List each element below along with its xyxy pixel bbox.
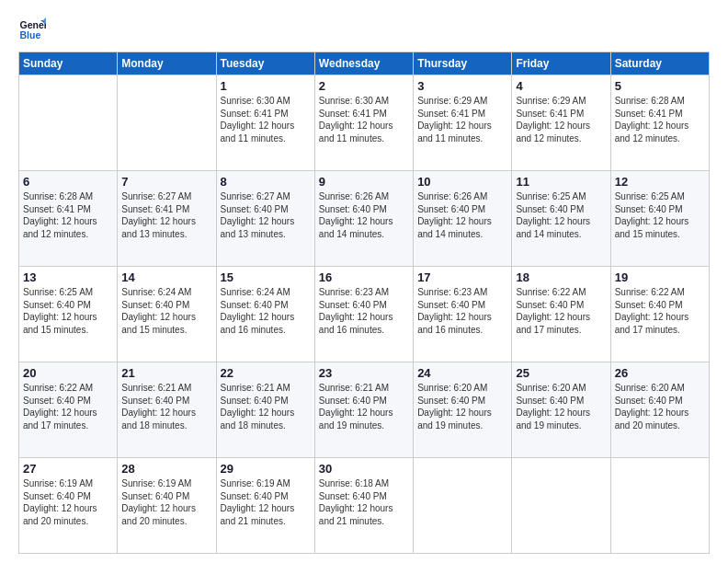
- day-info: Sunrise: 6:21 AMSunset: 6:40 PMDaylight:…: [221, 382, 311, 431]
- day-cell: [610, 458, 709, 554]
- logo-icon: General Blue: [18, 15, 46, 42]
- week-row-3: 13Sunrise: 6:25 AMSunset: 6:40 PMDayligh…: [19, 267, 710, 362]
- day-cell: 22Sunrise: 6:21 AMSunset: 6:40 PMDayligh…: [216, 362, 314, 458]
- day-info: Sunrise: 6:21 AMSunset: 6:40 PMDaylight:…: [319, 382, 409, 431]
- calendar-table: SundayMondayTuesdayWednesdayThursdayFrid…: [18, 52, 710, 554]
- day-info: Sunrise: 6:25 AMSunset: 6:40 PMDaylight:…: [23, 286, 113, 336]
- day-cell: [512, 458, 610, 554]
- weekday-header-row: SundayMondayTuesdayWednesdayThursdayFrid…: [19, 52, 710, 75]
- day-number: 23: [319, 366, 409, 380]
- day-info: Sunrise: 6:30 AMSunset: 6:41 PMDaylight:…: [319, 95, 409, 144]
- day-cell: 28Sunrise: 6:19 AMSunset: 6:40 PMDayligh…: [118, 458, 216, 554]
- day-cell: 2Sunrise: 6:30 AMSunset: 6:41 PMDaylight…: [314, 75, 413, 171]
- day-cell: 10Sunrise: 6:26 AMSunset: 6:40 PMDayligh…: [414, 171, 512, 267]
- day-info: Sunrise: 6:24 AMSunset: 6:40 PMDaylight:…: [121, 286, 211, 336]
- day-cell: 3Sunrise: 6:29 AMSunset: 6:41 PMDaylight…: [414, 75, 512, 171]
- day-info: Sunrise: 6:23 AMSunset: 6:40 PMDaylight:…: [417, 286, 507, 336]
- day-cell: 15Sunrise: 6:24 AMSunset: 6:40 PMDayligh…: [216, 267, 314, 362]
- header: General Blue: [18, 15, 710, 42]
- day-cell: 25Sunrise: 6:20 AMSunset: 6:40 PMDayligh…: [512, 362, 610, 458]
- day-info: Sunrise: 6:25 AMSunset: 6:40 PMDaylight:…: [615, 190, 705, 240]
- day-cell: 19Sunrise: 6:22 AMSunset: 6:40 PMDayligh…: [610, 267, 709, 362]
- day-number: 28: [121, 462, 211, 476]
- weekday-wednesday: Wednesday: [314, 52, 413, 75]
- day-info: Sunrise: 6:22 AMSunset: 6:40 PMDaylight:…: [516, 286, 606, 336]
- day-number: 22: [221, 366, 311, 380]
- weekday-saturday: Saturday: [610, 52, 709, 75]
- day-info: Sunrise: 6:21 AMSunset: 6:40 PMDaylight:…: [121, 382, 211, 431]
- day-cell: 16Sunrise: 6:23 AMSunset: 6:40 PMDayligh…: [314, 267, 413, 362]
- day-cell: 4Sunrise: 6:29 AMSunset: 6:41 PMDaylight…: [512, 75, 610, 171]
- day-cell: 21Sunrise: 6:21 AMSunset: 6:40 PMDayligh…: [118, 362, 216, 458]
- day-info: Sunrise: 6:20 AMSunset: 6:40 PMDaylight:…: [615, 382, 705, 431]
- week-row-2: 6Sunrise: 6:28 AMSunset: 6:41 PMDaylight…: [19, 171, 710, 267]
- logo: General Blue: [18, 15, 46, 42]
- day-info: Sunrise: 6:29 AMSunset: 6:41 PMDaylight:…: [516, 95, 606, 144]
- day-number: 11: [516, 175, 606, 189]
- day-number: 27: [23, 462, 113, 476]
- day-number: 2: [319, 79, 409, 93]
- day-number: 3: [417, 79, 507, 93]
- day-cell: 7Sunrise: 6:27 AMSunset: 6:41 PMDaylight…: [118, 171, 216, 267]
- day-number: 24: [417, 366, 507, 380]
- day-cell: 8Sunrise: 6:27 AMSunset: 6:40 PMDaylight…: [216, 171, 314, 267]
- day-info: Sunrise: 6:19 AMSunset: 6:40 PMDaylight:…: [121, 477, 211, 527]
- day-cell: 13Sunrise: 6:25 AMSunset: 6:40 PMDayligh…: [19, 267, 118, 362]
- day-cell: 17Sunrise: 6:23 AMSunset: 6:40 PMDayligh…: [414, 267, 512, 362]
- day-cell: 9Sunrise: 6:26 AMSunset: 6:40 PMDaylight…: [314, 171, 413, 267]
- day-number: 25: [516, 366, 606, 380]
- weekday-thursday: Thursday: [414, 52, 512, 75]
- day-cell: 12Sunrise: 6:25 AMSunset: 6:40 PMDayligh…: [610, 171, 709, 267]
- day-number: 20: [23, 366, 113, 380]
- day-number: 16: [319, 270, 409, 284]
- day-cell: 24Sunrise: 6:20 AMSunset: 6:40 PMDayligh…: [414, 362, 512, 458]
- day-info: Sunrise: 6:25 AMSunset: 6:40 PMDaylight:…: [516, 190, 606, 240]
- day-cell: [118, 75, 216, 171]
- day-info: Sunrise: 6:20 AMSunset: 6:40 PMDaylight:…: [516, 382, 606, 431]
- day-info: Sunrise: 6:18 AMSunset: 6:40 PMDaylight:…: [319, 477, 409, 527]
- day-number: 15: [221, 270, 311, 284]
- weekday-monday: Monday: [118, 52, 216, 75]
- day-cell: [19, 75, 118, 171]
- day-number: 21: [121, 366, 211, 380]
- weekday-friday: Friday: [512, 52, 610, 75]
- day-cell: 20Sunrise: 6:22 AMSunset: 6:40 PMDayligh…: [19, 362, 118, 458]
- day-number: 13: [23, 270, 113, 284]
- day-cell: 18Sunrise: 6:22 AMSunset: 6:40 PMDayligh…: [512, 267, 610, 362]
- day-info: Sunrise: 6:30 AMSunset: 6:41 PMDaylight:…: [221, 95, 311, 144]
- day-cell: 30Sunrise: 6:18 AMSunset: 6:40 PMDayligh…: [314, 458, 413, 554]
- day-info: Sunrise: 6:27 AMSunset: 6:41 PMDaylight:…: [121, 190, 211, 240]
- day-number: 9: [319, 175, 409, 189]
- weekday-tuesday: Tuesday: [216, 52, 314, 75]
- day-cell: 6Sunrise: 6:28 AMSunset: 6:41 PMDaylight…: [19, 171, 118, 267]
- page: General Blue SundayMondayTuesdayWednesda…: [0, 0, 728, 563]
- day-number: 5: [615, 79, 705, 93]
- day-cell: 5Sunrise: 6:28 AMSunset: 6:41 PMDaylight…: [610, 75, 709, 171]
- day-cell: 1Sunrise: 6:30 AMSunset: 6:41 PMDaylight…: [216, 75, 314, 171]
- day-info: Sunrise: 6:26 AMSunset: 6:40 PMDaylight:…: [417, 190, 507, 240]
- day-number: 1: [221, 79, 311, 93]
- day-cell: 11Sunrise: 6:25 AMSunset: 6:40 PMDayligh…: [512, 171, 610, 267]
- day-cell: 29Sunrise: 6:19 AMSunset: 6:40 PMDayligh…: [216, 458, 314, 554]
- day-number: 26: [615, 366, 705, 380]
- day-number: 8: [221, 175, 311, 189]
- day-number: 14: [121, 270, 211, 284]
- day-number: 6: [23, 175, 113, 189]
- day-number: 12: [615, 175, 705, 189]
- day-number: 29: [221, 462, 311, 476]
- day-info: Sunrise: 6:20 AMSunset: 6:40 PMDaylight:…: [417, 382, 507, 431]
- day-number: 18: [516, 270, 606, 284]
- day-cell: [414, 458, 512, 554]
- svg-text:Blue: Blue: [20, 29, 41, 40]
- day-info: Sunrise: 6:23 AMSunset: 6:40 PMDaylight:…: [319, 286, 409, 336]
- week-row-1: 1Sunrise: 6:30 AMSunset: 6:41 PMDaylight…: [19, 75, 710, 171]
- day-cell: 23Sunrise: 6:21 AMSunset: 6:40 PMDayligh…: [314, 362, 413, 458]
- day-cell: 27Sunrise: 6:19 AMSunset: 6:40 PMDayligh…: [19, 458, 118, 554]
- day-number: 17: [417, 270, 507, 284]
- day-info: Sunrise: 6:28 AMSunset: 6:41 PMDaylight:…: [23, 190, 113, 240]
- day-info: Sunrise: 6:29 AMSunset: 6:41 PMDaylight:…: [417, 95, 507, 144]
- day-cell: 14Sunrise: 6:24 AMSunset: 6:40 PMDayligh…: [118, 267, 216, 362]
- day-info: Sunrise: 6:19 AMSunset: 6:40 PMDaylight:…: [23, 477, 113, 527]
- day-info: Sunrise: 6:22 AMSunset: 6:40 PMDaylight:…: [615, 286, 705, 336]
- day-info: Sunrise: 6:28 AMSunset: 6:41 PMDaylight:…: [615, 95, 705, 144]
